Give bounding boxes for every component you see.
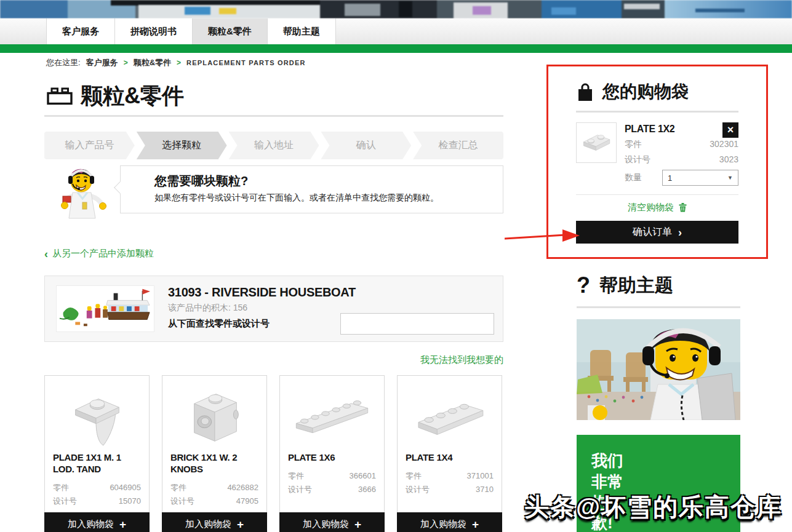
plate-1x6-illustration [288, 392, 376, 441]
design-number-label: 设计号 [625, 154, 650, 165]
chevron-down-icon: ▼ [727, 175, 733, 181]
factory-photo-banner [0, 0, 792, 18]
helper-title: 您需要哪块颗粒? [154, 173, 490, 189]
part-card: PLADE 1X1 M. 1 LOD. TAND 零件6046905 设计号15… [44, 375, 150, 532]
part-card: PLATE 1X6 零件366601 设计号3666 加入购物袋 + [279, 375, 385, 532]
part-search-input[interactable] [340, 313, 494, 335]
houseboat-set-illustration [57, 286, 154, 332]
help-topics-header: ? 帮助主题 [577, 272, 740, 298]
plate-1x2-illustration [579, 130, 614, 155]
step-enter-address[interactable]: 输入地址 [229, 132, 319, 159]
cannot-find-link[interactable]: 我无法找到我想要的 [420, 354, 503, 365]
breadcrumb-current: REPLACEMENT PARTS ORDER [186, 59, 306, 66]
product-image [56, 285, 154, 332]
product-title: 31093 - RIVERSIDE HOUSEBOAT [168, 285, 356, 300]
part-number-label: 零件 [53, 481, 69, 494]
cannot-find-row: 我无法找到我想要的 [44, 354, 503, 365]
part-card: PLATE 1X4 零件371001 设计号3710 加入购物袋 + [397, 375, 502, 532]
add-to-bag-button[interactable]: 加入购物袋 + [44, 512, 150, 532]
support-agent-photo[interactable] [577, 319, 740, 420]
bag-item-details: PLATE 1X2 × 零件302301 设计号3023 数量 1 ▼ [625, 122, 738, 186]
question-mark-icon: ? [577, 272, 590, 298]
design-number-label: 设计号 [53, 494, 77, 508]
nav-tab-customer-service[interactable]: 客户服务 [46, 18, 115, 44]
part-number-value: 4626882 [227, 481, 258, 494]
add-to-bag-button[interactable]: 加入购物袋 + [397, 512, 502, 532]
add-from-another-product-label: 从另一个产品中添加颗粒 [52, 248, 154, 260]
add-to-bag-label: 加入购物袋 [68, 518, 114, 530]
confirm-order-label: 确认订单 [633, 226, 672, 239]
breadcrumb-link-customer-service[interactable]: 客户服务 [86, 57, 118, 68]
design-number-value: 3710 [476, 483, 494, 496]
breadcrumb-separator-icon: > [177, 58, 181, 67]
clear-bag-link[interactable]: 清空购物袋 [576, 202, 738, 213]
step-confirm[interactable]: 确认 [321, 132, 411, 159]
add-from-another-product-link[interactable]: ‹ 从另一个产品中添加颗粒 [44, 248, 154, 260]
chevron-left-icon: ‹ [44, 248, 48, 260]
add-to-bag-button[interactable]: 加入购物袋 + [279, 512, 385, 532]
step-enter-product-number[interactable]: 输入产品号 [44, 132, 135, 159]
plus-icon: + [472, 518, 479, 530]
quantity-value: 1 [668, 173, 672, 183]
step-review-summary[interactable]: 检查汇总 [413, 132, 503, 159]
add-to-bag-button[interactable]: 加入购物袋 + [162, 512, 267, 532]
part-number-value: 366601 [350, 469, 376, 483]
helper-body: 如果您有零件号或设计号可在下面输入。或者在清单中查找您需要的颗粒。 [154, 193, 490, 204]
part-details: 零件4626882 设计号47905 [170, 481, 258, 508]
breadcrumb: 您在这里: 客户服务 > 颗粒&零件 > REPLACEMENT PARTS O… [46, 57, 306, 68]
bag-item: PLATE 1X2 × 零件302301 设计号3023 数量 1 ▼ [576, 122, 738, 186]
part-number-value: 371001 [467, 469, 494, 483]
part-name: BRICK 1X1 W. 2 KNOBS [170, 452, 258, 475]
sidebar: 您的购物袋 PLATE 1X2 × [546, 65, 768, 532]
remove-item-button[interactable]: × [722, 122, 738, 138]
bag-item-name: PLATE 1X2 [625, 122, 738, 135]
helper-callout-notch [114, 181, 126, 194]
design-number-label: 设计号 [288, 483, 312, 496]
part-number-label: 零件 [170, 481, 186, 494]
part-number-label: 零件 [406, 469, 422, 483]
divider [576, 194, 738, 195]
clear-bag-label: 清空购物袋 [628, 202, 674, 213]
page-title: 颗粒&零件 [81, 81, 184, 111]
part-details: 零件6046905 设计号15070 [53, 481, 141, 508]
current-product-box: 31093 - RIVERSIDE HOUSEBOAT 该产品中的积木: 156… [44, 276, 503, 342]
brick-1x1-knobs-illustration [178, 383, 251, 450]
trash-icon [679, 203, 687, 212]
part-name: PLADE 1X1 M. 1 LOD. TAND [53, 452, 141, 475]
part-image [288, 381, 376, 452]
parts-grid: PLADE 1X1 M. 1 LOD. TAND 零件6046905 设计号15… [44, 375, 503, 532]
factory-photo-illustration [0, 0, 792, 18]
main-nav: 客户服务 拼砌说明书 颗粒&零件 帮助主题 [0, 18, 792, 44]
main-content: 颗粒&零件 输入产品号 选择颗粒 输入地址 确认 检查汇总 [44, 83, 503, 532]
part-number-label: 零件 [288, 469, 304, 483]
add-to-bag-label: 加入购物袋 [420, 518, 466, 530]
add-to-bag-label: 加入购物袋 [303, 518, 349, 530]
nav-tab-building-instructions[interactable]: 拼砌说明书 [115, 18, 193, 44]
plus-icon: + [354, 518, 361, 530]
part-image [53, 381, 141, 452]
helper-row: 您需要哪块颗粒? 如果您有零件号或设计号可在下面输入。或者在清单中查找您需要的颗… [44, 165, 503, 227]
support-minifigure-illustration [46, 165, 107, 227]
nav-tab-help-topics[interactable]: 帮助主题 [268, 18, 336, 44]
part-image [406, 381, 494, 452]
design-number-label: 设计号 [170, 494, 194, 508]
product-info: 31093 - RIVERSIDE HOUSEBOAT 该产品中的积木: 156… [168, 285, 356, 341]
page-title-row: 颗粒&零件 [44, 83, 503, 109]
green-accent-bar [0, 44, 792, 53]
design-number-value: 3023 [719, 154, 738, 165]
design-number-value: 3666 [358, 483, 376, 496]
step-select-bricks[interactable]: 选择颗粒 [137, 132, 227, 159]
plate-1x1-tooth-illustration [61, 383, 134, 450]
part-number-label: 零件 [625, 139, 642, 150]
divider [576, 111, 738, 113]
confirm-order-button[interactable]: 确认订单 › [576, 221, 738, 244]
brick-icon [46, 87, 73, 106]
part-card: BRICK 1X1 W. 2 KNOBS 零件4626882 设计号47905 … [162, 375, 267, 532]
breadcrumb-link-bricks-parts[interactable]: 颗粒&零件 [134, 57, 171, 68]
quantity-label: 数量 [625, 172, 642, 183]
quantity-dropdown[interactable]: 1 ▼ [662, 170, 738, 186]
nav-tab-bricks-parts[interactable]: 颗粒&零件 [193, 18, 268, 44]
part-image [170, 381, 258, 452]
product-brick-count: 该产品中的积木: 156 [168, 303, 356, 314]
shopping-bag-header: 您的购物袋 [576, 80, 738, 103]
